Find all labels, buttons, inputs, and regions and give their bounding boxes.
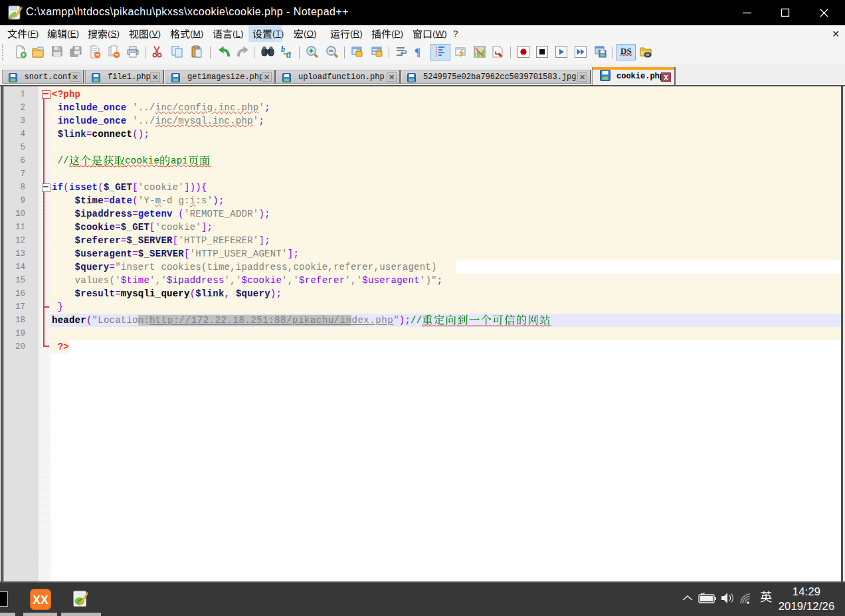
svg-text:¶: ¶ [415, 46, 421, 58]
svg-text:b: b [281, 45, 285, 54]
svg-text:XX: XX [33, 593, 48, 607]
